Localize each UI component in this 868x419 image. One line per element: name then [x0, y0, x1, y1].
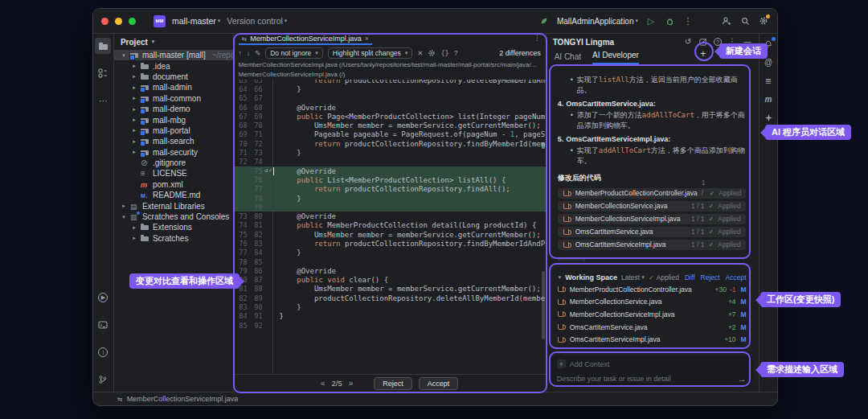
previous-change-button[interactable]: «: [321, 379, 326, 388]
tab-ai-developer[interactable]: AI Developer: [592, 51, 639, 64]
tree-item[interactable]: ▸mall-search: [114, 136, 233, 146]
working-space-file[interactable]: OmsCartItemServiceImpl.java+10M: [557, 333, 747, 346]
minimize-window-button[interactable]: [115, 18, 122, 25]
working-space-header: ▾ Working Space Latest▾ ✓Applied Diff Re…: [557, 272, 747, 283]
debug-button[interactable]: [664, 15, 675, 27]
reject-button[interactable]: Reject: [374, 377, 412, 390]
run-configuration-select[interactable]: MallAdminApplication▾: [557, 17, 638, 26]
code-text: return productCollectionRepository.findA…: [272, 185, 510, 193]
revert-change-icon[interactable]: ↺: [264, 167, 268, 175]
edit-source-icon[interactable]: ✎: [255, 49, 260, 57]
run-tool-button[interactable]: ▶: [95, 290, 111, 306]
tree-item[interactable]: ▾mall-master [mall]~/repositories: [114, 50, 233, 60]
send-icon[interactable]: →: [738, 374, 747, 384]
code-line: 6466 }: [234, 84, 546, 93]
file-name: MemberCollectionServiceImpl.java: [575, 214, 681, 224]
next-change-button[interactable]: »: [349, 379, 354, 388]
differences-count: 2 differences: [499, 49, 540, 57]
chevron-icon: ▸: [131, 84, 137, 91]
next-difference-icon[interactable]: ↓: [247, 49, 250, 57]
version-control-menu[interactable]: Version control▾: [227, 16, 287, 26]
tab-ai-chat[interactable]: AI Chat: [555, 52, 581, 64]
close-tab-icon[interactable]: ×: [365, 35, 369, 43]
diff-file-paths: MemberCollectionServiceImpl.java (/Users…: [234, 60, 546, 80]
collapse-unchanged-icon[interactable]: ✕: [417, 49, 423, 57]
tree-item[interactable]: ▸mall-mbg: [114, 114, 233, 125]
tree-item[interactable]: ▸mall-security: [114, 147, 233, 158]
workspace-filter-select[interactable]: Latest▾: [621, 273, 645, 281]
working-space-file[interactable]: MemberProductCollectionController.java+3…: [557, 283, 747, 296]
maven-icon[interactable]: m: [764, 94, 774, 105]
applied-file-card[interactable]: MemberCollectionServiceImpl.java1 / 1✓Ap…: [558, 214, 746, 224]
problems-tool-button[interactable]: !: [95, 344, 111, 360]
editor-tab[interactable]: ⇆ MemberCollectionServiceImpl.java ×: [239, 34, 373, 45]
editor-scrollbar[interactable]: [541, 80, 546, 374]
applied-file-card[interactable]: MemberProductCollectionController.java1 …: [558, 188, 746, 199]
tree-item[interactable]: LICENSE: [114, 168, 233, 179]
tree-item[interactable]: ▸mall-portal: [114, 125, 233, 136]
tree-item[interactable]: ▸External Libraries: [114, 200, 233, 211]
code-text: public void clear() {: [272, 276, 389, 284]
run-button[interactable]: ▷: [645, 15, 657, 27]
add-context-chip[interactable]: + Add Context: [557, 359, 747, 368]
task-description-input[interactable]: [557, 375, 733, 383]
close-window-button[interactable]: [101, 18, 108, 25]
tree-item[interactable]: ▸Scratches: [114, 233, 233, 244]
ignore-policy-select[interactable]: Do not ignore▾: [265, 47, 323, 59]
history-icon[interactable]: ↺: [683, 37, 693, 47]
tree-item[interactable]: ▸Extensions: [114, 222, 233, 232]
tree-item[interactable]: ▸document: [114, 72, 233, 82]
tree-item[interactable]: pom.xml: [114, 179, 233, 190]
change-count: 1 / 1: [691, 214, 705, 224]
previous-difference-icon[interactable]: ↑: [239, 49, 242, 57]
tree-item[interactable]: ▸mall-admin: [114, 82, 233, 92]
add-user-button[interactable]: [721, 15, 732, 27]
compare-options-icon[interactable]: {}: [440, 49, 448, 57]
tree-item[interactable]: ▾Scratches and Consoles: [114, 212, 233, 222]
search-everywhere-icon[interactable]: [739, 15, 751, 27]
database-icon[interactable]: ≣: [764, 76, 774, 86]
tree-item[interactable]: ▸mall-demo: [114, 104, 233, 114]
help-icon[interactable]: ?: [454, 49, 458, 57]
tree-item[interactable]: ▸mall-common: [114, 93, 233, 104]
project-menu[interactable]: mall-master▾: [172, 16, 220, 26]
tab-options-kebab-icon[interactable]: ⋮: [534, 34, 546, 42]
tree-item[interactable]: ▸.idea: [114, 60, 233, 71]
tree-item[interactable]: README.md: [114, 190, 233, 200]
working-space-file[interactable]: MemberCollectionService.java+4M: [557, 296, 747, 309]
diff-path-right: MemberCollectionServiceImpl.java (/): [239, 70, 541, 80]
workspace-reject-link[interactable]: Reject: [701, 273, 720, 281]
applied-file-card[interactable]: OmsCartItemServiceImpl.java1 / 1✓Applied: [558, 240, 746, 250]
diff-stat: +2M: [728, 323, 747, 331]
code-line: 76 public List<MemberProductCollection> …: [234, 175, 546, 184]
workspace-diff-link[interactable]: Diff: [685, 273, 695, 281]
retry-button[interactable]: Retry: [558, 257, 585, 261]
collapse-icon[interactable]: ▾: [559, 274, 562, 281]
highlight-policy-select[interactable]: Highlight split changes▾: [328, 47, 413, 59]
applied-file-card[interactable]: MemberCollectionService.java1 / 1✓Applie…: [558, 201, 746, 212]
module-icon: [130, 51, 139, 60]
zoom-window-button[interactable]: [129, 18, 136, 25]
git-branch-icon[interactable]: [95, 372, 111, 388]
callout-workspace-area: 工作区(变更快照): [760, 292, 841, 307]
working-space-file[interactable]: MemberCollectionServiceImpl.java+7M: [557, 308, 747, 321]
lingma-sparkle-icon[interactable]: [764, 113, 774, 123]
code-line: 7173 }: [234, 148, 546, 157]
message-numbered-item: 5.OmsCartItemServiceImpl.java:: [558, 134, 746, 145]
working-space-file[interactable]: OmsCartItemService.java+2M: [557, 321, 747, 334]
project-panel-header[interactable]: Project▾: [114, 34, 233, 50]
workspace-accept-link[interactable]: Accept: [726, 273, 747, 281]
new-session-button[interactable]: +: [696, 46, 710, 60]
java-file-icon: [557, 285, 566, 294]
diff-settings-gear-icon[interactable]: [428, 49, 436, 57]
terminal-tool-button[interactable]: [95, 317, 111, 333]
project-tool-button[interactable]: [95, 38, 111, 54]
settings-gear-icon[interactable]: [758, 15, 769, 27]
commit-tool-button[interactable]: [95, 65, 111, 81]
more-tool-windows-button[interactable]: ⋯: [95, 92, 111, 109]
accept-button[interactable]: Accept: [419, 377, 459, 390]
more-actions-kebab-icon[interactable]: ⋮: [682, 15, 694, 27]
applied-file-card[interactable]: OmsCartItemService.java1 / 1✓Applied: [558, 227, 746, 237]
tree-item[interactable]: .gitignore: [114, 158, 233, 168]
app-logo-icon: MM: [154, 15, 166, 27]
